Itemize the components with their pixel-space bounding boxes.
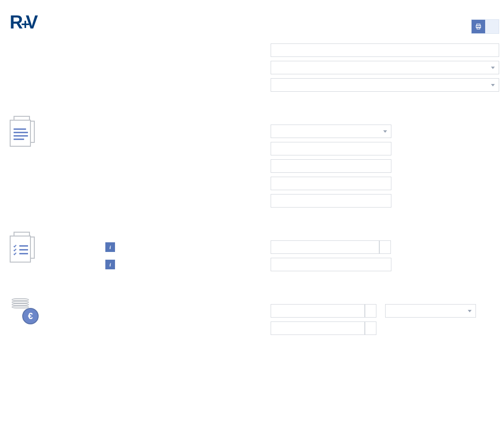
input-bu-rente[interactable] bbox=[271, 240, 379, 254]
input-dynamik[interactable] bbox=[271, 321, 365, 335]
chevron-down-icon bbox=[383, 130, 387, 133]
input-bezeichnung[interactable] bbox=[271, 43, 499, 57]
chevron-down-icon bbox=[491, 67, 495, 69]
select-versicherte-person[interactable] bbox=[271, 125, 391, 138]
select-beitrag-period[interactable] bbox=[385, 304, 476, 318]
unit-euro bbox=[379, 240, 391, 254]
document-lines-icon bbox=[10, 116, 35, 147]
chevron-down-icon bbox=[491, 84, 495, 86]
unit-euro bbox=[365, 304, 376, 318]
info-icon[interactable]: i bbox=[105, 242, 115, 252]
input-tarif[interactable] bbox=[271, 142, 391, 155]
input-versicherungsbeginn[interactable] bbox=[271, 177, 391, 190]
printer-icon bbox=[472, 20, 485, 33]
unit-percent bbox=[365, 321, 376, 335]
input-vertragsnummer[interactable] bbox=[271, 159, 391, 173]
document-checklist-icon bbox=[10, 232, 35, 263]
select-versicherungsnehmer[interactable] bbox=[271, 61, 499, 74]
logo-rv: R+V bbox=[10, 12, 92, 33]
input-versicherungsende[interactable] bbox=[271, 194, 391, 208]
coins-euro-icon: € bbox=[10, 295, 43, 324]
input-leistung-bis[interactable] bbox=[271, 258, 391, 271]
select-unternehmen[interactable] bbox=[271, 78, 499, 92]
input-beitrag[interactable] bbox=[271, 304, 365, 318]
print-button[interactable] bbox=[471, 19, 499, 34]
info-icon[interactable]: i bbox=[105, 260, 115, 269]
chevron-down-icon bbox=[468, 310, 472, 312]
